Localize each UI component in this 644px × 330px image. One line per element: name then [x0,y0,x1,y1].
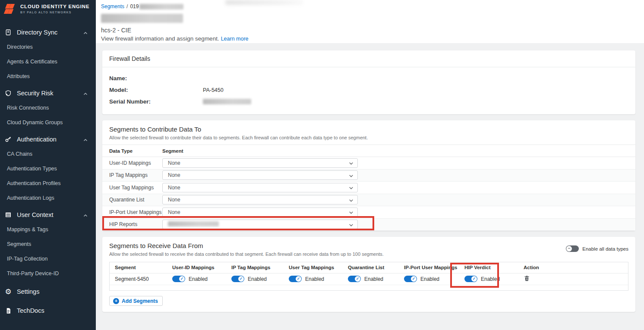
table-row: IP-Port User Mappings None [102,206,635,219]
toggle-state-label: Enabled [481,276,500,282]
user-tag-mappings-segment-select[interactable]: None [162,183,358,192]
user-tag-mappings-toggle[interactable]: ✓ [289,276,302,282]
toggle-state-label: Enabled [305,276,324,282]
firewall-name-label: Name: [109,75,203,82]
firewall-details-title: Firewall Details [102,50,635,67]
contribute-table: User-ID Mappings None IP Tag Mappings No… [102,157,635,231]
table-icon [4,211,12,219]
palo-alto-logo-icon [4,3,17,15]
sidebar-item-authentication-profiles[interactable]: Authentication Profiles [0,176,96,191]
page-header: Segments / 019 hcs-2 - CIE View firewall… [96,0,644,43]
main-content: Segments / 019 hcs-2 - CIE View firewall… [96,0,644,330]
contribute-title: Segments to Contribute Data To [109,126,628,133]
toggle-state-label: Enabled [420,276,439,282]
sidebar-item-ip-tag-collection[interactable]: IP-Tag Collection [0,251,96,266]
sidebar-section-security-risk[interactable]: Security Risk [0,86,96,101]
sidebar-section-label: Authentication [17,136,83,143]
receive-table: Segment User-ID Mappings IP Tag Mappings… [109,262,628,291]
sidebar-nav: Directory Sync Directories Agents & Cert… [0,25,96,318]
contribute-col-data-type: Data Type [102,148,162,154]
hip-reports-segment-select[interactable] [162,220,358,229]
ip-port-user-mappings-toggle[interactable]: ✓ [404,276,417,282]
contribute-table-header: Data Type Segment [102,145,635,157]
receive-subtitle: Allow the selected firewall to receive t… [109,251,384,257]
sidebar-section-label: TechDocs [17,307,88,314]
sidebar-item-directories[interactable]: Directories [0,40,96,54]
sidebar-section-settings[interactable]: ⚙ Settings [0,284,96,299]
sidebar-item-authentication-logs[interactable]: Authentication Logs [0,191,96,205]
ip-tag-mappings-segment-select[interactable]: None [162,170,358,180]
chevron-up-icon[interactable] [83,30,88,35]
sidebar-section-label: User Context [17,211,83,218]
learn-more-link[interactable]: Learn more [221,36,249,42]
gear-icon: ⚙ [4,288,12,295]
sidebar-item-agents-certificates[interactable]: Agents & Certificates [0,54,96,69]
delete-segment-button[interactable] [524,277,530,283]
directory-sync-icon [4,28,12,36]
sidebar-item-risk-connections[interactable]: Risk Connections [0,101,96,115]
chevron-up-icon[interactable] [83,212,88,217]
breadcrumb-separator: / [126,3,128,9]
firewall-model-row: Model: PA-5450 [109,84,628,96]
col-action: Action [518,262,628,273]
breadcrumb-segments-link[interactable]: Segments [101,3,124,9]
contribute-col-segment: Segment [162,148,183,154]
table-row: User Tag Mappings None [102,182,635,194]
user-id-mappings-toggle[interactable]: ✓ [172,276,185,282]
sidebar-section-techdocs[interactable]: TechDocs [0,303,96,318]
app-byline: BY PALO ALTO NETWORKS [20,11,89,14]
sidebar-item-ca-chains[interactable]: CA Chains [0,147,96,161]
col-segment: Segment [110,262,167,273]
chevron-up-icon[interactable] [83,91,88,96]
add-segments-label: Add Segments [122,298,158,304]
sidebar-item-authentication-types[interactable]: Authentication Types [0,161,96,176]
segment-name: Segment-5450 [110,273,167,285]
chevron-down-icon [348,185,354,190]
col-user-tag-mappings: User Tag Mappings [284,262,343,273]
toggle-state-label: Enabled [364,276,383,282]
sidebar-item-segments[interactable]: Segments [0,237,96,251]
sidebar-section-user-context[interactable]: User Context [0,207,96,222]
selected-value: None [168,209,348,215]
contribute-subtitle: Allow the selected firewall to contribut… [109,135,628,140]
table-row: IP Tag Mappings None [102,170,635,182]
enable-all-data-types-control: − Enable all data types [566,245,628,252]
breadcrumb-redacted-value [139,4,183,9]
sidebar-item-cloud-dynamic-groups[interactable]: Cloud Dynamic Groups [0,115,96,130]
table-row: Segment-5450 ✓Enabled ✓Enabled ✓Enabled … [110,273,628,285]
col-ip-port-user-mappings: IP-Port User Mappings [399,262,459,273]
hip-verdict-toggle[interactable]: ✓ [464,276,477,282]
ip-port-user-mappings-segment-select[interactable]: None [162,207,358,217]
document-icon [4,307,12,314]
receive-title: Segments to Receive Data From [109,242,384,249]
sidebar-item-third-party-device-id[interactable]: Third-Party Device-ID [0,266,96,281]
firewall-name-row: Name: [109,72,628,84]
chevron-up-icon[interactable] [83,137,88,142]
data-type-label: User Tag Mappings [102,185,162,191]
quarantine-list-toggle[interactable]: ✓ [348,276,361,282]
quarantine-list-segment-select[interactable]: None [162,195,358,204]
enable-all-toggle[interactable]: − [566,245,579,252]
selected-value: None [168,185,348,191]
sidebar-item-mappings-tags[interactable]: Mappings & Tags [0,222,96,237]
add-segments-button[interactable]: + Add Segments [109,296,163,306]
redacted-top-artifact [225,0,303,5]
toggle-state-label: Enabled [189,276,208,282]
data-type-label: HIP Reports [102,221,162,227]
receive-card: Segments to Receive Data From Allow the … [102,237,635,312]
chevron-down-icon [348,222,354,227]
page-description: View firewall information and assign seg… [101,35,644,42]
sidebar-item-attributes[interactable]: Attributes [0,69,96,84]
app-logo: CLOUD IDENTITY ENGINE BY PALO ALTO NETWO… [0,0,96,17]
sidebar-section-directory-sync[interactable]: Directory Sync [0,25,96,40]
col-hip-verdict: HIP Verdict [459,262,518,273]
selected-value: None [168,172,348,178]
ip-tag-mappings-toggle[interactable]: ✓ [231,276,244,282]
sidebar-section-authentication[interactable]: Authentication [0,132,96,147]
firewall-serial-row: Serial Number: [109,96,628,107]
cloud-identity-engine-app: CLOUD IDENTITY ENGINE BY PALO ALTO NETWO… [0,0,644,330]
chevron-down-icon [348,209,354,215]
security-risk-icon [4,89,12,97]
key-icon [4,135,12,143]
user-id-mappings-segment-select[interactable]: None [162,158,358,168]
